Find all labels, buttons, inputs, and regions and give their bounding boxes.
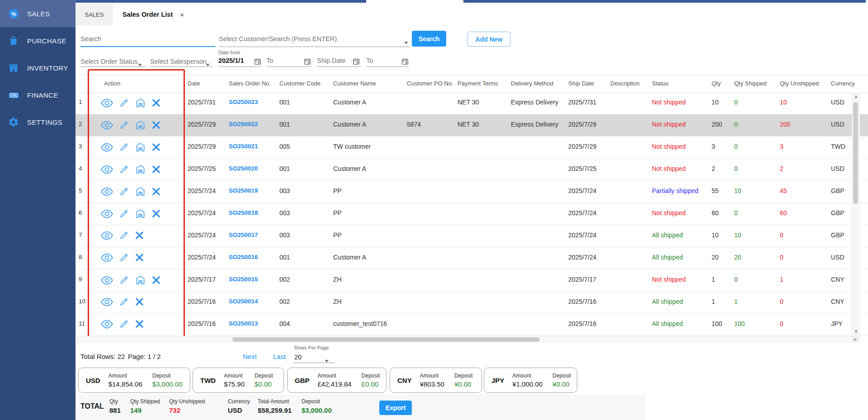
cell-sales-order-no[interactable]: SO250015 [229, 276, 258, 283]
column-header-customer-code[interactable]: Customer Code [279, 80, 321, 87]
scroll-up-icon[interactable]: ▲ [854, 94, 859, 99]
view-icon[interactable] [101, 209, 113, 218]
view-icon[interactable] [101, 320, 113, 329]
edit-icon[interactable] [119, 275, 129, 285]
search-button[interactable]: Search [412, 31, 446, 47]
salesperson-select[interactable]: Select Salesperson [150, 58, 207, 65]
tab-close-icon[interactable]: × [180, 11, 184, 19]
edit-icon[interactable] [119, 98, 129, 108]
table-row[interactable]: 52025/7/24SO250019003PP2025/7/24Partiall… [75, 181, 868, 203]
column-header-description[interactable]: Description [610, 80, 640, 87]
table-row[interactable]: 82025/7/24SO250016001Customer A2025/7/24… [75, 247, 868, 269]
ship-icon[interactable] [135, 98, 146, 108]
date-to-calendar-icon[interactable] [304, 58, 311, 67]
column-header-qty-shipped[interactable]: Qty Shipped [734, 80, 767, 87]
edit-icon[interactable] [119, 297, 129, 307]
date-from-calendar-icon[interactable] [254, 58, 261, 67]
view-icon[interactable] [101, 276, 113, 285]
cell-sales-order-no[interactable]: SO250019 [229, 187, 258, 194]
view-icon[interactable] [101, 297, 113, 307]
rows-per-page-select[interactable]: 20 [294, 354, 302, 361]
table-row[interactable]: 92025/7/17SO250015002ZH2025/7/17Not ship… [75, 269, 868, 292]
column-header-payment-terms[interactable]: Payment Terms [458, 80, 498, 87]
cell-sales-order-no[interactable]: SO250014 [229, 298, 258, 305]
view-icon[interactable] [101, 143, 113, 152]
column-header-customer-name[interactable]: Customer Name [333, 80, 376, 87]
scroll-right-icon[interactable]: ► [852, 336, 859, 343]
edit-icon[interactable] [119, 319, 129, 329]
delete-icon[interactable] [152, 276, 160, 284]
cell-sales-order-no[interactable]: SO250020 [229, 165, 258, 172]
table-row[interactable]: 62025/7/24SO250018003PP2025/7/24Not ship… [75, 203, 868, 225]
table-row[interactable]: 112025/7/16SO250013004customer_test07162… [75, 314, 868, 336]
ship-icon[interactable] [135, 275, 146, 285]
delete-icon[interactable] [152, 143, 160, 151]
sidebar-item-purchase[interactable]: PURCHASE [0, 27, 75, 54]
edit-icon[interactable] [119, 209, 129, 218]
edit-icon[interactable] [119, 142, 129, 152]
cell-sales-order-no[interactable]: SO250017 [229, 231, 258, 238]
next-page-link[interactable]: Next [243, 353, 257, 360]
delete-icon[interactable] [152, 99, 160, 107]
scroll-down-icon[interactable]: ▼ [854, 329, 859, 334]
ship-icon[interactable] [135, 208, 146, 219]
sidebar-item-inventory[interactable]: INVENTORY [0, 54, 75, 81]
column-header-sales-order-no-[interactable]: Sales Order No. [229, 80, 271, 87]
delete-icon[interactable] [135, 253, 144, 262]
ship-icon[interactable] [135, 186, 146, 197]
ship-icon[interactable] [135, 120, 146, 130]
view-icon[interactable] [101, 187, 113, 196]
ship-date-input[interactable] [317, 57, 349, 64]
vertical-scrollbar-thumb[interactable] [853, 102, 858, 204]
column-header-customer-po-no-[interactable]: Customer PO No. [407, 80, 453, 87]
table-row[interactable]: 32025/7/29SO250021005TW customer2025/7/2… [75, 137, 868, 159]
column-header-qty[interactable]: Qty [712, 80, 721, 87]
edit-icon[interactable] [119, 165, 129, 174]
order-status-select[interactable]: Select Order Status [80, 58, 138, 65]
delete-icon[interactable] [152, 165, 160, 174]
sidebar-item-settings[interactable]: SETTINGS [0, 109, 75, 136]
ship-date-to-input[interactable] [366, 57, 398, 64]
column-header-date[interactable]: Date [188, 80, 200, 87]
edit-icon[interactable] [119, 231, 129, 240]
horizontal-scrollbar-thumb[interactable] [232, 337, 540, 342]
edit-icon[interactable] [119, 120, 129, 130]
delete-icon[interactable] [135, 297, 144, 306]
ship-date-calendar-icon[interactable] [353, 58, 360, 67]
date-from-input[interactable] [218, 57, 253, 64]
date-to-input[interactable] [266, 57, 299, 64]
edit-icon[interactable] [119, 253, 129, 262]
edit-icon[interactable] [119, 187, 129, 196]
view-icon[interactable] [101, 99, 113, 108]
column-header-currency[interactable]: Currency [831, 80, 855, 87]
customer-select-input[interactable] [219, 35, 395, 42]
table-row[interactable]: 22025/7/29SO250022001Customer A5874NET 3… [75, 114, 868, 137]
column-header-delivery-method[interactable]: Delivery Method [511, 80, 553, 87]
ship-icon[interactable] [135, 164, 146, 175]
table-row[interactable]: 102025/7/16SO250014002ZH2025/7/16All shi… [75, 292, 868, 314]
column-header-status[interactable]: Status [652, 80, 669, 87]
view-icon[interactable] [101, 121, 113, 130]
cell-sales-order-no[interactable]: SO250016 [229, 254, 258, 260]
tab-sales-module[interactable]: SALES [75, 4, 113, 25]
sidebar-item-sales[interactable]: %SALES [0, 0, 75, 27]
column-header-qty-unshipped[interactable]: Qty Unshipped [780, 80, 819, 87]
delete-icon[interactable] [135, 231, 144, 240]
delete-icon[interactable] [135, 320, 144, 328]
view-icon[interactable] [101, 253, 113, 262]
add-new-button[interactable]: Add New [467, 32, 510, 47]
export-button[interactable]: Export [379, 401, 412, 415]
view-icon[interactable] [101, 231, 113, 240]
column-header-action[interactable]: Action [104, 80, 120, 87]
delete-icon[interactable] [152, 121, 160, 129]
cell-sales-order-no[interactable]: SO250022 [229, 121, 258, 127]
cell-sales-order-no[interactable]: SO250013 [229, 320, 258, 327]
delete-icon[interactable] [152, 209, 160, 218]
table-row[interactable]: 72025/7/24SO250017003PP2025/7/24All ship… [75, 225, 868, 247]
tab-sales-order-list[interactable]: Sales Order List × [113, 4, 193, 25]
view-icon[interactable] [101, 165, 113, 174]
last-page-link[interactable]: Last [273, 353, 286, 360]
sidebar-item-finance[interactable]: 100FINANCE [0, 81, 75, 109]
table-row[interactable]: 12025/7/31SO250023001Customer ANET 30Exp… [75, 92, 868, 114]
delete-icon[interactable] [152, 187, 160, 196]
